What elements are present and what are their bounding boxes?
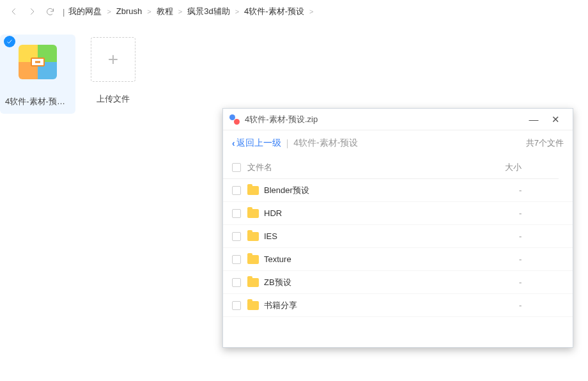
breadcrumb-item[interactable]: 我的网盘 bbox=[68, 6, 102, 16]
row-name: Blender预设 bbox=[263, 185, 519, 196]
row-size: - bbox=[519, 231, 564, 241]
window-close-button[interactable]: ✕ bbox=[545, 112, 566, 127]
table-row[interactable]: HDR- bbox=[223, 202, 573, 225]
row-size: - bbox=[519, 277, 564, 287]
window-titlebar[interactable]: 4软件-素材-预设.zip — ✕ bbox=[223, 109, 573, 130]
row-name: ZB预设 bbox=[263, 277, 519, 288]
row-checkbox[interactable] bbox=[232, 186, 241, 195]
row-size: - bbox=[519, 185, 564, 195]
upload-tile[interactable]: + 上传文件 bbox=[75, 35, 151, 105]
plus-icon: + bbox=[91, 37, 135, 82]
folder-icon bbox=[247, 209, 259, 218]
file-tile-archive[interactable]: 4软件-素材-预设.... bbox=[0, 35, 75, 114]
folder-icon bbox=[247, 278, 259, 287]
column-headers: 文件名 大小 bbox=[223, 156, 559, 179]
file-tile-label: 4软件-素材-预设.... bbox=[0, 96, 75, 107]
row-checkbox[interactable] bbox=[232, 255, 241, 264]
nav-forward-button[interactable] bbox=[24, 4, 40, 19]
folder-icon bbox=[247, 232, 259, 241]
selected-check-icon bbox=[4, 36, 15, 47]
breadcrumb: 我的网盘>Zbrush>教程>疯景3d辅助>4软件-素材-预设> bbox=[68, 6, 318, 17]
breadcrumb-item[interactable]: 教程 bbox=[157, 6, 173, 16]
table-row[interactable]: 书籍分享- bbox=[223, 294, 573, 317]
table-row[interactable]: ZB预设- bbox=[223, 271, 573, 294]
breadcrumb-separator: | bbox=[63, 7, 65, 17]
file-grid: 4软件-素材-预设.... + 上传文件 bbox=[0, 23, 588, 114]
column-name[interactable]: 文件名 bbox=[247, 162, 505, 173]
chevron-right-icon: > bbox=[309, 8, 313, 15]
breadcrumb-item[interactable]: Zbrush bbox=[116, 6, 142, 16]
chevron-right-icon: > bbox=[235, 8, 239, 15]
row-size: - bbox=[519, 300, 564, 310]
item-count: 共7个文件 bbox=[526, 137, 564, 149]
back-link-label: 返回上一级 bbox=[236, 137, 281, 149]
table-row[interactable]: Texture- bbox=[223, 248, 573, 271]
folder-icon bbox=[247, 186, 259, 195]
breadcrumb-item[interactable]: 4软件-素材-预设 bbox=[244, 6, 304, 16]
app-logo-icon bbox=[229, 114, 240, 125]
row-name: Texture bbox=[263, 254, 519, 264]
row-checkbox[interactable] bbox=[232, 278, 241, 287]
viewer-path: 4软件-素材-预设 bbox=[293, 137, 358, 149]
table-row[interactable]: Blender预设- bbox=[223, 179, 573, 202]
zip-icon bbox=[17, 45, 58, 86]
nav-refresh-button[interactable] bbox=[42, 4, 58, 19]
file-list: Blender预设-HDR-IES-Texture-ZB预设-书籍分享- bbox=[223, 179, 573, 347]
chevron-right-icon: > bbox=[178, 8, 182, 15]
chevron-right-icon: > bbox=[147, 8, 151, 15]
folder-icon bbox=[247, 301, 259, 310]
row-checkbox[interactable] bbox=[232, 232, 241, 241]
select-all-checkbox[interactable] bbox=[232, 163, 241, 172]
row-size: - bbox=[519, 208, 564, 218]
window-minimize-button[interactable]: — bbox=[523, 112, 545, 127]
archive-viewer-window: 4软件-素材-预设.zip — ✕ ‹ 返回上一级 | 4软件-素材-预设 共7… bbox=[222, 108, 573, 348]
viewer-breadcrumb: ‹ 返回上一级 | 4软件-素材-预设 共7个文件 bbox=[223, 130, 573, 156]
window-title: 4软件-素材-预设.zip bbox=[245, 114, 318, 125]
row-checkbox[interactable] bbox=[232, 209, 241, 218]
row-name: IES bbox=[263, 231, 519, 241]
row-size: - bbox=[519, 254, 564, 264]
column-size[interactable]: 大小 bbox=[505, 162, 550, 173]
chevron-left-icon: ‹ bbox=[232, 138, 235, 148]
chevron-right-icon: > bbox=[107, 8, 111, 15]
table-row[interactable]: IES- bbox=[223, 225, 573, 248]
back-link[interactable]: ‹ 返回上一级 bbox=[232, 137, 281, 149]
row-checkbox[interactable] bbox=[232, 301, 241, 310]
row-name: HDR bbox=[263, 208, 519, 218]
upload-tile-label: 上传文件 bbox=[75, 93, 151, 105]
row-name: 书籍分享 bbox=[263, 300, 519, 311]
nav-back-button[interactable] bbox=[6, 4, 22, 19]
breadcrumb-item[interactable]: 疯景3d辅助 bbox=[187, 6, 229, 16]
breadcrumb-bar: | 我的网盘>Zbrush>教程>疯景3d辅助>4软件-素材-预设> bbox=[0, 0, 588, 23]
folder-icon bbox=[247, 255, 259, 264]
